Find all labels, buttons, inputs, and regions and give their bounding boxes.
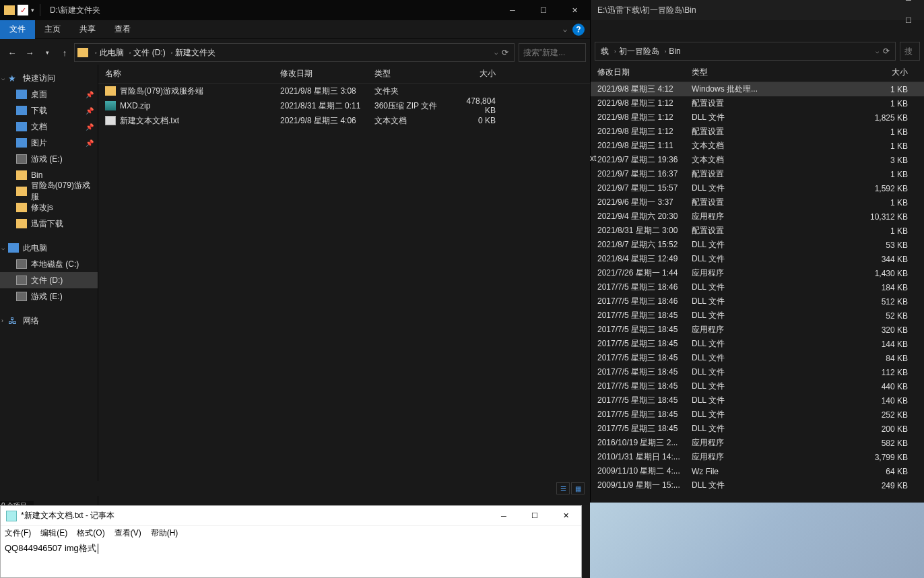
file-row[interactable]: 2017/7/5 星期三 18:45DLL 文件252 KB [591,408,924,422]
menu-view[interactable]: 查看(V) [114,527,141,539]
file-row[interactable]: 2016/10/19 星期三 2...应用程序582 KB [591,436,924,450]
sidebar-this-pc[interactable]: ⌵此电脑 [0,240,98,256]
file-row[interactable]: 2021/8/4 星期三 12:49DLL 文件344 KB [591,252,924,266]
sidebar-item[interactable]: 冒险岛(079)游戏服 [0,183,98,199]
col-type[interactable]: 类型 [685,67,766,78]
sidebar-item[interactable]: 桌面📌 [0,86,98,102]
details-view-icon[interactable]: ☰ [556,482,570,494]
icons-view-icon[interactable]: ▦ [571,482,585,494]
file-row[interactable]: 2017/7/5 星期三 18:45DLL 文件144 KB [591,337,924,351]
file-row[interactable]: 2017/7/5 星期三 18:45DLL 文件140 KB [591,393,924,408]
file-row[interactable]: 2017/7/5 星期三 18:45DLL 文件112 KB [591,365,924,379]
notepad-window: *新建文本文档.txt - 记事本 ─ ☐ ✕ 文件(F) 编辑(E) 格式(O… [0,505,582,578]
col-date[interactable]: 修改日期 [591,67,685,78]
sidebar-quick-access[interactable]: ⌵★快速访问 [0,70,98,86]
col-date[interactable]: 修改日期 [273,68,368,79]
file-row[interactable]: 2017/7/5 星期三 18:45DLL 文件84 KB [591,351,924,365]
file-row[interactable]: 2010/1/31 星期日 14:...应用程序3,799 KB [591,450,924,464]
breadcrumb-seg[interactable]: 此电脑 [100,47,124,59]
menu-edit[interactable]: 编辑(E) [40,527,67,539]
breadcrumb-seg[interactable]: 文件 (D:) [133,47,165,59]
sidebar-item[interactable]: 游戏 (E:) [0,151,98,167]
dropdown-icon[interactable]: ⌵ [494,49,498,56]
refresh-icon[interactable]: ⟳ [883,46,890,56]
truncated-filename: xt [590,154,596,163]
file-row[interactable]: 2021/9/4 星期六 20:30应用程序10,312 KB [591,210,924,224]
file-row[interactable]: 2021/9/8 星期三 1:12配置设置1 KB [591,96,924,110]
search-input[interactable]: 搜 [900,42,920,61]
tab-home[interactable]: 主页 [35,20,70,39]
search-input[interactable]: 搜索"新建... [519,43,586,62]
dropdown-icon[interactable]: ▾ [31,7,34,13]
file-row[interactable]: 2021/8/31 星期二 3:00配置设置1 KB [591,224,924,238]
file-row[interactable]: 2021/9/8 星期三 4:12Windows 批处理...1 KB [591,82,924,96]
close-button[interactable]: ✕ [559,0,590,20]
titlebar[interactable]: ✓ ▾ D:\新建文件夹 ─ ☐ ✕ [0,0,590,20]
breadcrumb-seg[interactable]: 载 [601,46,609,57]
file-row[interactable]: 2017/7/5 星期三 18:45应用程序320 KB [591,323,924,337]
file-row[interactable]: 冒险岛(079)游戏服务端2021/9/8 星期三 3:08文件夹 [98,84,590,98]
file-row[interactable]: 新建文本文档.txt2021/9/8 星期三 4:06文本文档0 KB [98,113,590,128]
sidebar-drive[interactable]: 本地磁盘 (C:) [0,256,98,272]
file-row[interactable]: 2009/11/10 星期二 4:...Wz File64 KB [591,464,924,478]
file-row[interactable]: 2017/7/5 星期三 18:46DLL 文件184 KB [591,280,924,294]
file-row[interactable]: 2017/7/5 星期三 18:45DLL 文件440 KB [591,379,924,393]
breadcrumb-seg[interactable]: Bin [669,46,680,56]
titlebar[interactable]: *新建文本文档.txt - 记事本 ─ ☐ ✕ [1,506,581,526]
maximize-button[interactable]: ☐ [528,0,559,20]
file-row[interactable]: 2017/7/5 星期三 18:45DLL 文件52 KB [591,309,924,323]
col-size[interactable]: 大小 [766,67,924,78]
help-icon[interactable]: ? [572,24,585,36]
sidebar-item[interactable]: 修改js [0,199,98,216]
tab-file[interactable]: 文件 [0,20,35,39]
up-button[interactable]: ↑ [57,43,73,62]
menu-format[interactable]: 格式(O) [77,527,104,539]
ribbon-expand-icon[interactable]: ⌵ [563,26,567,33]
maximize-button[interactable]: ☐ [893,10,924,30]
sidebar-item[interactable]: 图片📌 [0,135,98,151]
window-title: *新建文本文档.txt - 记事本 [21,510,114,521]
dropdown-icon[interactable]: ⌵ [876,48,879,55]
breadcrumb-seg[interactable]: 新建文件夹 [175,47,216,59]
menu-help[interactable]: 帮助(H) [151,527,178,539]
sidebar-drive[interactable]: 游戏 (E:) [0,288,98,304]
titlebar[interactable]: E:\迅雷下载\初一冒险岛\Bin ─ ☐ [591,0,924,20]
recent-dropdown[interactable]: ▾ [39,43,55,62]
file-row[interactable]: 2021/8/7 星期六 15:52DLL 文件53 KB [591,238,924,252]
minimize-button[interactable]: ─ [488,506,519,526]
file-row[interactable]: 2017/7/5 星期三 18:45DLL 文件200 KB [591,422,924,436]
text-area[interactable]: QQ844946507 img格式 [1,540,581,557]
col-name[interactable]: 名称 [98,68,273,79]
file-row[interactable]: 2021/9/7 星期二 16:37配置设置1 KB [591,167,924,181]
file-row[interactable]: 2021/9/7 星期二 19:36文本文档3 KB [591,153,924,167]
sidebar-network[interactable]: ›🖧网络 [0,313,98,329]
file-row[interactable]: 2021/9/8 星期三 1:12DLL 文件1,825 KB [591,110,924,125]
file-row[interactable]: 2021/9/6 星期一 3:37配置设置1 KB [591,195,924,210]
minimize-button[interactable]: ─ [893,0,924,10]
sidebar-item[interactable]: 下载📌 [0,102,98,119]
forward-button[interactable]: → [22,43,38,62]
col-size[interactable]: 大小 [449,68,502,79]
address-bar[interactable]: ›此电脑 ›文件 (D:) ›新建文件夹 ⌵⟳ [74,43,515,62]
col-type[interactable]: 类型 [368,68,449,79]
breadcrumb-seg[interactable]: 初一冒险岛 [619,46,659,57]
menu-file[interactable]: 文件(F) [5,527,31,539]
address-bar[interactable]: 载 ›初一冒险岛 ›Bin ⌵⟳ [595,42,896,61]
file-row[interactable]: 2021/9/7 星期二 15:57DLL 文件1,592 KB [591,181,924,195]
sidebar-item[interactable]: 文档📌 [0,119,98,135]
refresh-icon[interactable]: ⟳ [502,48,508,57]
tab-view[interactable]: 查看 [105,20,140,39]
minimize-button[interactable]: ─ [497,0,528,20]
file-row[interactable]: 2017/7/5 星期三 18:46DLL 文件512 KB [591,294,924,309]
file-row[interactable]: 2021/9/8 星期三 1:11文本文档1 KB [591,139,924,153]
file-row[interactable]: 2009/11/9 星期一 15:...DLL 文件249 KB [591,478,924,492]
close-button[interactable]: ✕ [550,506,581,526]
file-row[interactable]: MXD.zip2021/8/31 星期二 0:11360压缩 ZIP 文件478… [98,98,590,113]
tab-share[interactable]: 共享 [70,20,105,39]
sidebar-drive[interactable]: 文件 (D:) [0,272,98,288]
sidebar-item[interactable]: 迅雷下载 [0,216,98,232]
file-row[interactable]: 2021/9/8 星期三 1:12配置设置1 KB [591,125,924,139]
back-button[interactable]: ← [4,43,20,62]
maximize-button[interactable]: ☐ [519,506,550,526]
file-row[interactable]: 2021/7/26 星期一 1:44应用程序1,430 KB [591,266,924,280]
